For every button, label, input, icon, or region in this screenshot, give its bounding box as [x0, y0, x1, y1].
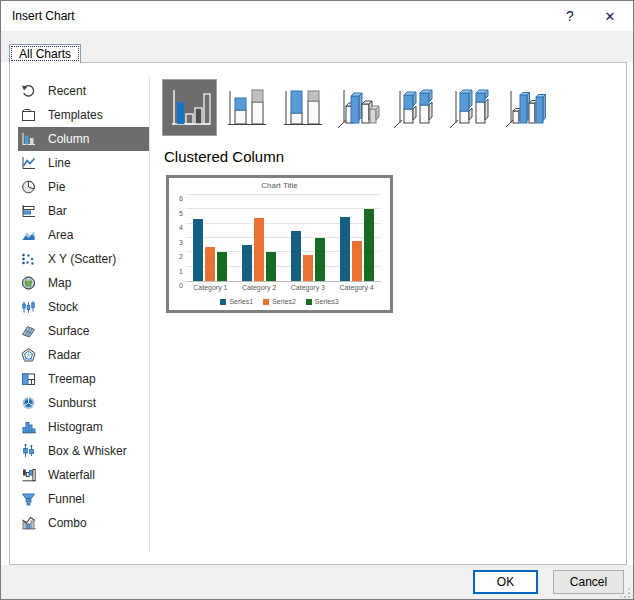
sidebar-item-recent[interactable]: Recent [10, 79, 149, 103]
legend-label: Series3 [315, 298, 339, 305]
legend-label: Series2 [272, 298, 296, 305]
radar-icon [20, 347, 37, 363]
sidebar-item-map[interactable]: Map [10, 271, 149, 295]
sidebar-item-label: Line [48, 156, 71, 170]
ok-button[interactable]: OK [473, 570, 538, 594]
bar-icon [20, 203, 37, 219]
resize-grip-icon[interactable] [621, 589, 630, 598]
category-axis: Category 1Category 2Category 3Category 4 [172, 282, 387, 295]
close-button[interactable]: ✕ [593, 1, 627, 31]
sidebar-item-line[interactable]: Line [10, 151, 149, 175]
sidebar-item-label: Area [48, 228, 73, 242]
sidebar-item-templates[interactable]: Templates [10, 103, 149, 127]
sunburst-icon [20, 395, 37, 411]
bar-series2 [254, 218, 264, 281]
tab-all-charts[interactable]: All Charts [9, 44, 81, 63]
line-icon [20, 155, 37, 171]
subtype-3d-stacked-column[interactable] [386, 79, 441, 136]
chart-legend: Series1Series2Series3 [172, 295, 387, 308]
funnel-icon [20, 491, 37, 507]
3d-stacked-column-icon [391, 85, 437, 131]
bar-series1 [291, 231, 301, 281]
sidebar-item-bar[interactable]: Bar [10, 199, 149, 223]
subtype-clustered-column[interactable] [162, 79, 217, 136]
legend-item: Series2 [263, 298, 296, 305]
chart-title: Chart Title [172, 180, 387, 193]
100-percent-stacked-column-icon [279, 85, 325, 131]
bar-series3 [315, 238, 325, 281]
sidebar-item-treemap[interactable]: Treemap [10, 367, 149, 391]
sidebar-item-radar[interactable]: Radar [10, 343, 149, 367]
bar-series3 [266, 252, 276, 281]
category-label: Category 1 [186, 284, 235, 295]
sidebar-item-sunburst[interactable]: Sunburst [10, 391, 149, 415]
sidebar-item-label: Sunburst [48, 396, 96, 410]
plot-area [186, 195, 381, 282]
preview-chart: Chart Title 0123456 Category 1Category 2… [172, 180, 387, 308]
subtype-3d-column[interactable] [498, 79, 553, 136]
subtype-stacked-column[interactable] [218, 79, 273, 136]
3d-100-percent-stacked-column-icon [447, 85, 493, 131]
sidebar-item-label: Pie [48, 180, 65, 194]
content-panel: Recent Templates Column Line Pie Bar [9, 62, 627, 565]
insert-chart-dialog: Insert Chart ? ✕ All Charts Recent Templ… [0, 0, 634, 600]
category-label: Category 2 [235, 284, 284, 295]
subtype-3d-clustered-column[interactable] [330, 79, 385, 136]
sidebar-item-stock[interactable]: Stock [10, 295, 149, 319]
subtype-3d-100-stacked-column[interactable] [442, 79, 497, 136]
histogram-icon [20, 419, 37, 435]
subtype-100-stacked-column[interactable] [274, 79, 329, 136]
stock-icon [20, 299, 37, 315]
category-label: Category 3 [284, 284, 333, 295]
combo-icon [20, 515, 37, 531]
pie-icon [20, 179, 37, 195]
scatter-icon [20, 251, 37, 267]
sidebar-item-label: Bar [48, 204, 67, 218]
sidebar-item-combo[interactable]: Combo [10, 511, 149, 535]
sidebar-item-box-whisker[interactable]: Box & Whisker [10, 439, 149, 463]
cancel-button[interactable]: Cancel [553, 570, 624, 594]
bar-group [284, 195, 333, 281]
area-icon [20, 227, 37, 243]
preview-heading: Clustered Column [164, 148, 284, 165]
sidebar-item-pie[interactable]: Pie [10, 175, 149, 199]
sidebar-item-histogram[interactable]: Histogram [10, 415, 149, 439]
bar-series2 [352, 241, 362, 281]
3d-clustered-column-icon [335, 85, 381, 131]
chart-type-list: Recent Templates Column Line Pie Bar [10, 79, 149, 535]
sidebar-item-column[interactable]: Column [18, 127, 149, 151]
legend-item: Series3 [306, 298, 339, 305]
bar-series2 [205, 247, 215, 281]
sidebar-item-xy-scatter[interactable]: X Y (Scatter) [10, 247, 149, 271]
surface-icon [20, 323, 37, 339]
category-label: Category 4 [332, 284, 381, 295]
bar-group [332, 195, 381, 281]
sidebar-item-label: Stock [48, 300, 78, 314]
sidebar-item-label: Histogram [48, 420, 103, 434]
sidebar-item-funnel[interactable]: Funnel [10, 487, 149, 511]
sidebar-item-label: Waterfall [48, 468, 95, 482]
bar-group [186, 195, 235, 281]
bar-series2 [303, 255, 313, 281]
bar-series3 [217, 252, 227, 281]
sidebar-item-label: Treemap [48, 372, 96, 386]
titlebar: Insert Chart ? ✕ [1, 1, 633, 31]
chart-preview[interactable]: Chart Title 0123456 Category 1Category 2… [166, 175, 393, 313]
bar-series1 [242, 245, 252, 281]
bar-series3 [364, 209, 374, 281]
sidebar-item-label: Templates [48, 108, 103, 122]
sidebar-item-label: Column [48, 132, 89, 146]
legend-label: Series1 [229, 298, 253, 305]
sidebar-item-area[interactable]: Area [10, 223, 149, 247]
bar-series1 [193, 219, 203, 281]
bar-series1 [340, 217, 350, 282]
map-icon [20, 275, 37, 291]
sidebar-item-waterfall[interactable]: Waterfall [10, 463, 149, 487]
sidebar-item-label: Radar [48, 348, 81, 362]
treemap-icon [20, 371, 37, 387]
waterfall-icon [20, 467, 37, 483]
help-button[interactable]: ? [553, 1, 587, 31]
sidebar-item-surface[interactable]: Surface [10, 319, 149, 343]
sidebar-item-label: Recent [48, 84, 86, 98]
legend-swatch [220, 299, 226, 305]
